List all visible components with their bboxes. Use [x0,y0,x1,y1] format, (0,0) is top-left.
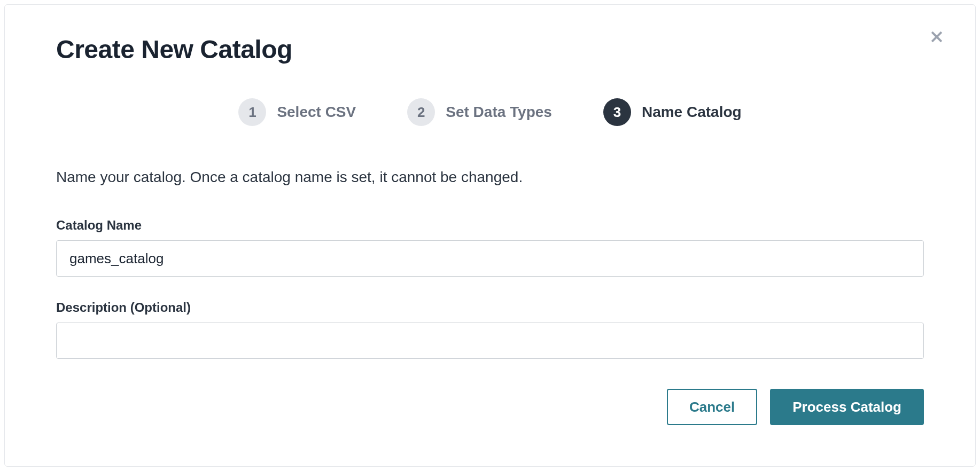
step-set-data-types[interactable]: 2 Set Data Types [407,98,552,126]
step-number: 1 [238,98,266,126]
step-number: 3 [603,98,631,126]
description-label: Description (Optional) [56,300,924,315]
description-field-group: Description (Optional) [56,300,924,359]
create-catalog-modal: Create New Catalog 1 Select CSV 2 Set Da… [4,4,976,467]
catalog-name-field-group: Catalog Name [56,218,924,277]
stepper: 1 Select CSV 2 Set Data Types 3 Name Cat… [56,98,924,126]
close-icon[interactable] [928,28,945,45]
step-label: Select CSV [277,104,356,121]
cancel-button[interactable]: Cancel [667,389,757,425]
process-catalog-button[interactable]: Process Catalog [770,389,924,425]
step-label: Name Catalog [642,104,742,121]
instruction-text: Name your catalog. Once a catalog name i… [56,169,924,186]
step-number: 2 [407,98,435,126]
button-row: Cancel Process Catalog [56,389,924,425]
step-select-csv[interactable]: 1 Select CSV [238,98,356,126]
catalog-name-input[interactable] [56,240,924,277]
catalog-name-label: Catalog Name [56,218,924,233]
step-name-catalog[interactable]: 3 Name Catalog [603,98,742,126]
modal-title: Create New Catalog [56,35,924,64]
description-input[interactable] [56,323,924,359]
step-label: Set Data Types [446,104,552,121]
